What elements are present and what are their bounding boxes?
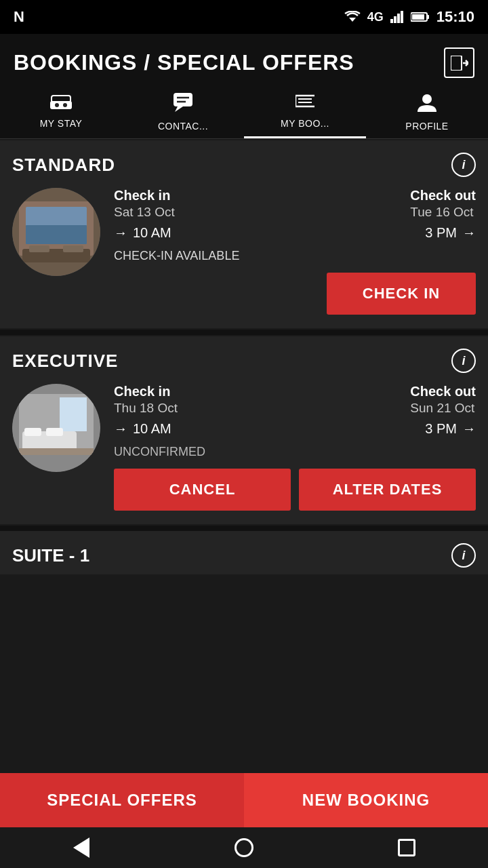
tab-my-stay[interactable]: MY STAY <box>0 85 122 138</box>
person-icon <box>418 93 436 117</box>
tab-profile-label: PROFILE <box>405 121 448 132</box>
divider-1 <box>0 330 488 335</box>
room-image-standard <box>12 188 100 276</box>
svg-rect-3 <box>397 14 400 23</box>
tab-contact[interactable]: CONTAC... <box>122 85 244 138</box>
svg-rect-7 <box>412 14 424 20</box>
svg-rect-8 <box>451 56 462 71</box>
tab-contact-label: CONTAC... <box>158 121 208 132</box>
checkout-time-executive: 3 PM → <box>425 421 476 437</box>
booking-card-executive: EXECUTIVE i Check in Thu 1 <box>0 336 488 524</box>
booking-header-executive: EXECUTIVE i <box>12 349 476 373</box>
svg-rect-36 <box>46 428 63 436</box>
tab-my-bookings-label: MY BOO... <box>281 118 329 129</box>
svg-rect-2 <box>394 16 396 23</box>
cancel-button[interactable]: CANCEL <box>114 469 291 511</box>
time-display: 15:10 <box>436 8 474 26</box>
new-booking-button[interactable]: NEW BOOKING <box>244 773 488 827</box>
checkin-date-standard: Sat 13 Oct <box>114 205 175 220</box>
svg-point-23 <box>422 94 432 104</box>
booking-type-standard: STANDARD <box>12 155 115 176</box>
special-offers-button[interactable]: SPECIAL OFFERS <box>0 773 244 827</box>
booking-type-executive: EXECUTIVE <box>12 351 118 372</box>
dates-row-standard: Check in Sat 13 Oct Check out Tue 16 Oct <box>114 188 476 220</box>
back-button[interactable] <box>64 831 98 865</box>
svg-rect-4 <box>401 11 403 23</box>
recents-icon <box>398 839 415 856</box>
arrow-right-icon: → <box>114 225 127 241</box>
logout-icon <box>451 56 468 71</box>
svg-point-13 <box>63 103 67 107</box>
list-icon <box>296 93 314 114</box>
checkin-date-executive: Thu 18 Oct <box>114 401 178 416</box>
logout-button[interactable] <box>444 47 474 78</box>
home-button[interactable] <box>227 831 261 865</box>
room-photo-executive <box>12 384 100 472</box>
signal-icon <box>390 11 404 23</box>
recents-button[interactable] <box>390 831 424 865</box>
check-in-button[interactable]: CHECK IN <box>327 273 476 315</box>
nav-tabs: MY STAY CONTAC... MY BOO... <box>0 85 488 139</box>
android-nav-bar <box>0 827 488 868</box>
page-title: BOOKINGS / SPECIAL OFFERS <box>14 50 354 75</box>
checkin-time-val-standard: 10 AM <box>133 225 171 241</box>
dates-row-executive: Check in Thu 18 Oct Check out Sun 21 Oct <box>114 384 476 416</box>
wifi-icon <box>344 11 361 23</box>
checkout-time-standard: 3 PM → <box>425 225 476 241</box>
status-bar-right: 4G 15:10 <box>344 8 474 26</box>
checkout-label-executive: Check out <box>410 384 476 399</box>
checkin-block-standard: Check in Sat 13 Oct <box>114 188 175 220</box>
booking-details-executive: Check in Thu 18 Oct Check out Sun 21 Oct… <box>114 384 476 511</box>
checkin-time-executive: → 10 AM <box>114 421 171 437</box>
tab-my-stay-label: MY STAY <box>40 118 83 129</box>
arrow-right-icon-4: → <box>462 421 476 437</box>
svg-rect-6 <box>427 15 429 19</box>
arrow-right-icon-2: → <box>462 225 476 241</box>
svg-point-12 <box>55 103 59 107</box>
svg-rect-29 <box>29 245 49 252</box>
svg-marker-15 <box>175 106 183 112</box>
network-badge: 4G <box>367 10 384 24</box>
checkin-time-standard: → 10 AM <box>114 225 171 241</box>
svg-rect-33 <box>60 397 87 431</box>
checkout-date-standard: Tue 16 Oct <box>410 205 476 220</box>
checkin-label-executive: Check in <box>114 384 178 399</box>
checkout-block-executive: Check out Sun 21 Oct <box>410 384 476 416</box>
svg-rect-30 <box>63 245 83 252</box>
svg-rect-35 <box>24 428 41 436</box>
svg-marker-0 <box>349 18 356 22</box>
checkin-time-val-executive: 10 AM <box>133 421 171 437</box>
checkin-label-standard: Check in <box>114 188 175 203</box>
svg-rect-27 <box>26 225 87 244</box>
arrow-right-icon-3: → <box>114 421 127 437</box>
svg-rect-37 <box>19 448 94 455</box>
tab-profile[interactable]: PROFILE <box>366 85 488 138</box>
divider-2 <box>0 526 488 531</box>
battery-icon <box>411 12 430 22</box>
bed-icon <box>50 93 72 114</box>
status-bar: N 4G 15:10 <box>0 0 488 34</box>
info-button-executive[interactable]: i <box>451 349 476 373</box>
svg-rect-14 <box>174 93 192 106</box>
booking-content-executive: Check in Thu 18 Oct Check out Sun 21 Oct… <box>12 384 476 511</box>
chat-icon <box>174 93 192 117</box>
booking-header-standard: STANDARD i <box>12 153 476 177</box>
info-button-suite[interactable]: i <box>451 543 476 568</box>
booking-card-suite-partial: SUITE - 1 i <box>0 531 488 574</box>
alter-dates-button[interactable]: ALTER DATES <box>299 469 476 511</box>
back-icon <box>73 837 89 858</box>
checkout-label-standard: Check out <box>410 188 476 203</box>
checkout-time-val-standard: 3 PM <box>425 225 457 241</box>
action-buttons-executive: CANCEL ALTER DATES <box>114 469 476 511</box>
tab-my-bookings[interactable]: MY BOO... <box>244 85 366 138</box>
checkout-block-standard: Check out Tue 16 Oct <box>410 188 476 220</box>
info-button-standard[interactable]: i <box>451 153 476 177</box>
header: BOOKINGS / SPECIAL OFFERS <box>0 34 488 85</box>
suite-title: SUITE - 1 <box>12 545 89 566</box>
booking-status-executive: UNCONFIRMED <box>114 445 476 459</box>
room-image-executive <box>12 384 100 472</box>
time-row-executive: → 10 AM 3 PM → <box>114 421 476 437</box>
booking-content-standard: Check in Sat 13 Oct Check out Tue 16 Oct… <box>12 188 476 315</box>
booking-status-standard: CHECK-IN AVAILABLE <box>114 249 476 263</box>
bottom-spacer <box>0 574 488 669</box>
